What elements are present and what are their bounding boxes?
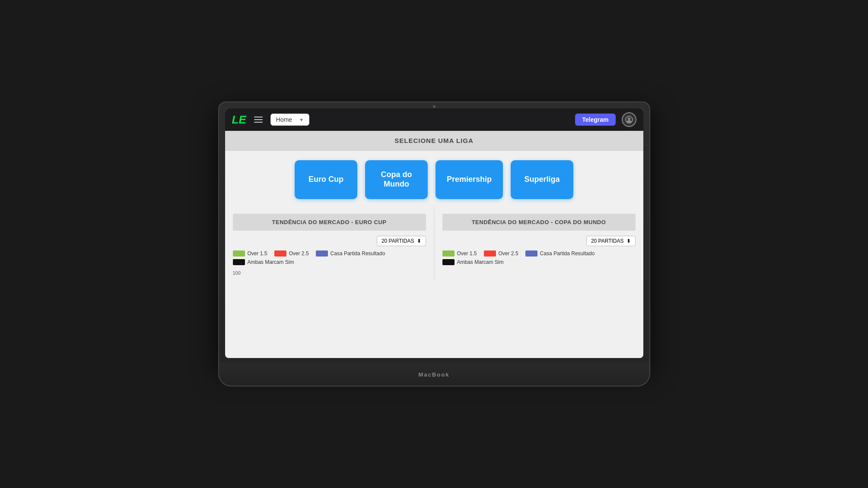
navbar: LE Home ▼ Telegram [225,108,643,131]
ambas-color-1 [233,259,245,265]
select-liga-banner: SELECIONE UMA LIGA [225,131,643,151]
partidas-chevron-2-icon: ⬍ [626,238,631,244]
legend-over25-2: Over 2.5 [484,250,518,257]
legend-over15-1: Over 1.5 [233,250,267,257]
euro-cup-button[interactable]: Euro Cup [295,160,357,199]
partidas-label-1: 20 PARTIDAS [382,238,414,244]
tendencia-copa-panel: TENDÊNCIA DO MERCADO - COPA DO MUNDO 20 … [435,209,643,280]
premiership-button[interactable]: Premiership [436,160,503,199]
over15-color-2 [442,250,455,257]
liga-buttons-area: Euro Cup Copa doMundo Premiership Superl… [225,151,643,209]
app-container: LE Home ▼ Telegram [225,108,643,358]
copa-do-mundo-button[interactable]: Copa doMundo [365,160,428,199]
over15-label-2: Over 1.5 [457,250,477,257]
main-content: SELECIONE UMA LIGA Euro Cup Copa doMundo… [225,131,643,280]
home-dropdown[interactable]: Home ▼ [270,114,309,126]
over25-color-1 [274,250,286,257]
partidas-select-row-1: 20 PARTIDAS ⬍ [233,236,426,246]
laptop-base: MacBook [218,363,650,387]
screen-bezel: LE Home ▼ Telegram [225,108,643,358]
ambas-label-2: Ambas Marcam Sim [457,259,504,265]
partidas-label-2: 20 PARTIDAS [591,238,624,244]
chart-y-label-1: 100 [233,269,426,276]
casa-color-1 [316,250,328,257]
legend-area-1: Over 1.5 Over 2.5 Casa Partida Resultado [233,250,426,265]
casa-label-1: Casa Partida Resultado [331,250,385,257]
macbook-label: MacBook [419,371,450,377]
ambas-label-1: Ambas Marcam Sim [248,259,294,265]
laptop-body: LE Home ▼ Telegram [218,101,650,365]
over25-label-1: Over 2.5 [289,250,309,257]
casa-color-2 [525,250,537,257]
partidas-chevron-icon: ⬍ [417,238,421,244]
partidas-select-row-2: 20 PARTIDAS ⬍ [442,236,636,246]
tendencia-euro-cup-panel: TENDÊNCIA DO MERCADO - EURO CUP 20 PARTI… [225,209,435,280]
partidas-select-1[interactable]: 20 PARTIDAS ⬍ [377,236,426,246]
legend-over15-2: Over 1.5 [442,250,477,257]
camera [433,105,436,108]
ambas-color-2 [442,259,455,265]
laptop: LE Home ▼ Telegram [218,101,650,387]
legend-casa-2: Casa Partida Resultado [525,250,595,257]
superliga-button[interactable]: Superliga [511,160,573,199]
tendencia-euro-cup-header: TENDÊNCIA DO MERCADO - EURO CUP [233,214,426,231]
legend-area-2: Over 1.5 Over 2.5 Casa Partida Resultado [442,250,636,265]
telegram-button[interactable]: Telegram [575,114,615,126]
chevron-down-icon: ▼ [299,117,304,122]
over15-label-1: Over 1.5 [248,250,267,257]
avatar[interactable] [622,112,636,127]
over15-color-1 [233,250,245,257]
legend-casa-1: Casa Partida Resultado [316,250,385,257]
partidas-select-2[interactable]: 20 PARTIDAS ⬍ [586,236,636,246]
hamburger-menu-icon[interactable] [252,115,264,124]
tendencia-row: TENDÊNCIA DO MERCADO - EURO CUP 20 PARTI… [225,209,643,280]
home-dropdown-label: Home [276,116,292,123]
select-liga-title: SELECIONE UMA LIGA [394,137,473,144]
svg-point-1 [628,117,630,120]
legend-ambas-1: Ambas Marcam Sim [233,259,294,265]
over25-label-2: Over 2.5 [499,250,518,257]
tendencia-copa-header: TENDÊNCIA DO MERCADO - COPA DO MUNDO [442,214,636,231]
logo: LE [232,114,246,125]
casa-label-2: Casa Partida Resultado [540,250,595,257]
chart-y-label-2 [442,269,636,270]
legend-over25-1: Over 2.5 [274,250,309,257]
over25-color-2 [484,250,496,257]
legend-ambas-2: Ambas Marcam Sim [442,259,504,265]
